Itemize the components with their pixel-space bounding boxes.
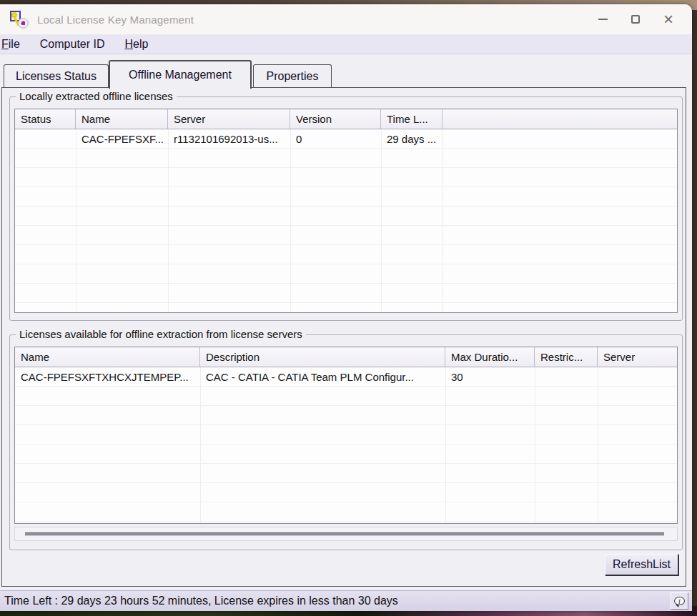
statusbar: Time Left : 29 days 23 hours 52 minutes,… <box>0 590 692 611</box>
info-balloon-icon: i <box>674 597 685 605</box>
column-header-version[interactable]: Version <box>290 109 381 129</box>
column-gridline <box>598 367 598 523</box>
column-header-blank[interactable] <box>443 109 677 129</box>
window-title: Local License Key Management <box>37 14 194 26</box>
column-gridline <box>168 129 169 312</box>
group-locally-extracted-label: Locally extracted offline licenses <box>16 90 177 102</box>
version-cell: 0 <box>290 133 381 145</box>
available-licenses-body: CAC-FPEFSXFTXHCXJTEMPEP... CAC - CATIA -… <box>15 367 677 523</box>
available-licenses-header: Name Description Max Duratio... Restric.… <box>15 347 677 367</box>
refresh-list-button[interactable]: RefreshList <box>605 554 678 575</box>
group-locally-extracted: Locally extracted offline licenses Statu… <box>9 96 683 321</box>
column-header-server[interactable]: Server <box>598 347 677 367</box>
column-header-name[interactable]: Name <box>76 109 168 129</box>
app-key-disc-icon <box>10 10 29 29</box>
maximize-button[interactable] <box>619 4 652 34</box>
key-head-icon <box>11 12 17 18</box>
close-button[interactable]: × <box>652 4 685 34</box>
available-license-row[interactable]: CAC-FPEFSXFTXHCXJTEMPEP... CAC - CATIA -… <box>15 367 677 387</box>
menu-help[interactable]: Help <box>125 36 149 52</box>
column-gridline <box>290 129 291 312</box>
disc-icon <box>18 18 29 29</box>
column-gridline <box>535 367 535 523</box>
menu-file-label: ile <box>9 38 20 50</box>
menubar: File Computer ID Help <box>0 34 692 54</box>
help-balloon-button[interactable]: i <box>671 592 688 610</box>
name-cell: CAC-FPEFSXF... <box>76 133 168 145</box>
description-cell: CAC - CATIA - CATIA Team PLM Configur... <box>200 371 445 383</box>
local-license-row[interactable]: CAC-FPEFSXF... r1132101692013-us... 0 29… <box>15 129 677 149</box>
column-header-status[interactable]: Status <box>15 109 76 129</box>
window-controls: × <box>586 4 685 34</box>
column-header-description[interactable]: Description <box>200 347 445 367</box>
column-header-server[interactable]: Server <box>168 109 290 129</box>
minimize-icon <box>598 19 608 20</box>
tab-properties[interactable]: Properties <box>253 64 332 87</box>
offline-management-panel: Locally extracted offline licenses Statu… <box>1 87 686 587</box>
tab-licenses-status[interactable]: Licenses Status <box>4 64 109 87</box>
menu-help-accel: H <box>125 38 134 50</box>
horizontal-scrollbar[interactable] <box>14 527 678 541</box>
status-message: Time Left : 29 days 23 hours 52 minutes,… <box>4 595 398 607</box>
column-header-time-left[interactable]: Time L... <box>381 109 443 129</box>
menu-computer-id-label: Computer ID <box>40 38 105 50</box>
status-cell <box>15 133 76 145</box>
menu-file-accel: F <box>1 38 9 50</box>
tab-offline-management[interactable]: Offline Management <box>109 60 252 89</box>
minimize-button[interactable] <box>586 4 619 34</box>
time-left-cell: 29 days ... <box>381 133 443 145</box>
local-licenses-table: Status Name Server Version Time L... CAC <box>14 109 678 313</box>
max-duration-cell: 30 <box>445 371 535 383</box>
name-cell: CAC-FPEFSXFTXHCXJTEMPEP... <box>15 371 200 383</box>
menu-computer-id[interactable]: Computer ID <box>40 36 105 52</box>
maximize-icon <box>631 15 640 24</box>
menu-file[interactable]: File <box>1 36 20 52</box>
local-licenses-header: Status Name Server Version Time L... <box>15 109 677 129</box>
column-header-max-duration[interactable]: Max Duratio... <box>445 347 535 367</box>
column-gridline <box>445 367 446 523</box>
column-gridline <box>443 129 443 312</box>
close-icon: × <box>663 11 673 28</box>
column-header-name[interactable]: Name <box>15 347 200 367</box>
column-gridline <box>76 129 76 312</box>
available-licenses-table: Name Description Max Duratio... Restric.… <box>14 347 678 524</box>
scrollbar-thumb[interactable] <box>25 532 664 536</box>
menu-help-label: elp <box>133 38 148 50</box>
group-available-licenses: Licenses available for offline extractio… <box>9 334 683 550</box>
column-gridline <box>200 367 201 523</box>
column-header-restriction[interactable]: Restric... <box>535 347 598 367</box>
server-cell: r1132101692013-us... <box>168 133 290 145</box>
titlebar: Local License Key Management × <box>0 4 692 34</box>
group-available-licenses-label: Licenses available for offline extractio… <box>16 328 306 340</box>
local-licenses-body: CAC-FPEFSXF... r1132101692013-us... 0 29… <box>15 129 677 312</box>
app-window: Local License Key Management × File Comp… <box>0 4 692 611</box>
column-gridline <box>381 129 382 312</box>
